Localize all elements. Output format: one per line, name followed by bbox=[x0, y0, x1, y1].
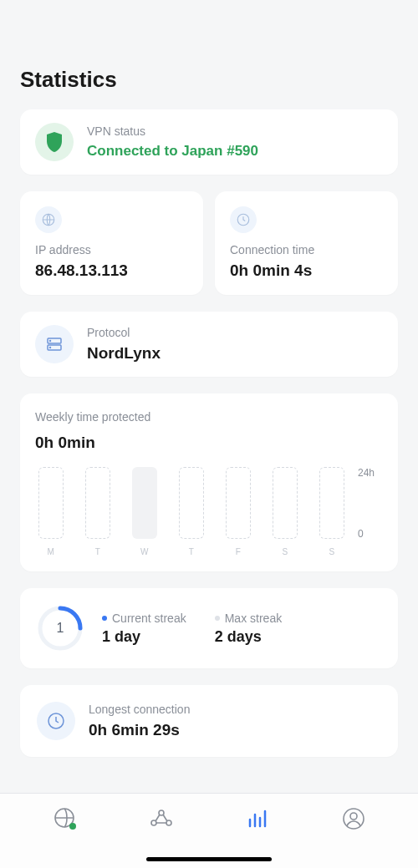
bottom-nav bbox=[0, 793, 418, 868]
bar-slot bbox=[132, 467, 157, 539]
svg-point-18 bbox=[350, 813, 357, 820]
bar-label: M bbox=[48, 547, 55, 556]
streak-card: 1 Current streak 1 day Max streak 2 days bbox=[20, 588, 398, 668]
y-axis-bottom: 0 bbox=[358, 528, 383, 540]
longest-connection-card: Longest connection 0h 6min 29s bbox=[20, 685, 398, 757]
bar-col: W bbox=[132, 467, 157, 556]
weekly-chart: MTWTFSS 24h 0 bbox=[35, 467, 383, 556]
shield-icon bbox=[35, 123, 74, 161]
clock-icon bbox=[37, 702, 75, 740]
ip-address-card: IP address 86.48.13.113 bbox=[20, 191, 203, 295]
ip-label: IP address bbox=[35, 243, 188, 256]
bar-label: S bbox=[282, 547, 288, 556]
bar-col: S bbox=[319, 467, 344, 556]
conn-time-label: Connection time bbox=[230, 243, 383, 256]
clock-icon bbox=[230, 206, 257, 233]
protocol-value: NordLynx bbox=[87, 344, 161, 363]
longest-label: Longest connection bbox=[89, 703, 190, 716]
bar-label: T bbox=[95, 547, 101, 556]
max-streak-value: 2 days bbox=[215, 628, 282, 646]
streak-ring-icon: 1 bbox=[37, 605, 84, 652]
bar-slot bbox=[319, 467, 344, 539]
dot-icon bbox=[215, 616, 220, 621]
nav-mesh-tab[interactable] bbox=[148, 805, 175, 832]
current-streak-label: Current streak bbox=[112, 612, 186, 625]
bar-col: S bbox=[273, 467, 298, 556]
y-axis-top: 24h bbox=[358, 467, 383, 479]
svg-point-5 bbox=[50, 348, 51, 348]
weekly-card: Weekly time protected 0h 0min MTWTFSS 24… bbox=[20, 393, 398, 571]
bar-col: T bbox=[85, 467, 110, 556]
conn-time-value: 0h 0min 4s bbox=[230, 261, 383, 280]
svg-point-4 bbox=[50, 341, 51, 342]
vpn-status-card: VPN status Connected to Japan #590 bbox=[20, 109, 398, 175]
protocol-label: Protocol bbox=[87, 326, 161, 339]
bar-col: M bbox=[38, 467, 64, 556]
bar-label: T bbox=[189, 547, 195, 556]
page-title: Statistics bbox=[20, 67, 398, 93]
max-streak-label: Max streak bbox=[225, 612, 282, 625]
bar-label: S bbox=[329, 547, 334, 556]
bar-col: T bbox=[179, 467, 204, 556]
longest-value: 0h 6min 29s bbox=[89, 721, 190, 739]
bar-slot bbox=[38, 467, 64, 539]
bar-slot bbox=[179, 467, 204, 539]
current-streak-value: 1 day bbox=[102, 628, 186, 646]
globe-icon bbox=[35, 206, 62, 233]
dot-icon bbox=[102, 616, 107, 621]
bar-slot bbox=[226, 467, 251, 539]
vpn-status-value: Connected to Japan #590 bbox=[87, 143, 258, 160]
bar-slot bbox=[85, 467, 110, 539]
ip-value: 86.48.13.113 bbox=[35, 261, 188, 280]
bar-col: F bbox=[226, 467, 251, 556]
weekly-title: Weekly time protected bbox=[35, 410, 383, 424]
nav-profile-tab[interactable] bbox=[340, 805, 367, 832]
vpn-status-label: VPN status bbox=[87, 124, 258, 138]
protocol-card: Protocol NordLynx bbox=[20, 312, 398, 377]
home-indicator bbox=[146, 857, 272, 861]
connection-time-card: Connection time 0h 0min 4s bbox=[215, 191, 398, 295]
svg-point-9 bbox=[69, 823, 76, 830]
bar-label: W bbox=[140, 547, 149, 556]
weekly-value: 0h 0min bbox=[35, 434, 383, 452]
bar-label: F bbox=[236, 547, 242, 556]
nav-stats-tab[interactable] bbox=[244, 805, 271, 832]
nav-globe-tab[interactable] bbox=[52, 805, 79, 832]
server-icon bbox=[35, 325, 74, 363]
bar-slot bbox=[273, 467, 298, 539]
